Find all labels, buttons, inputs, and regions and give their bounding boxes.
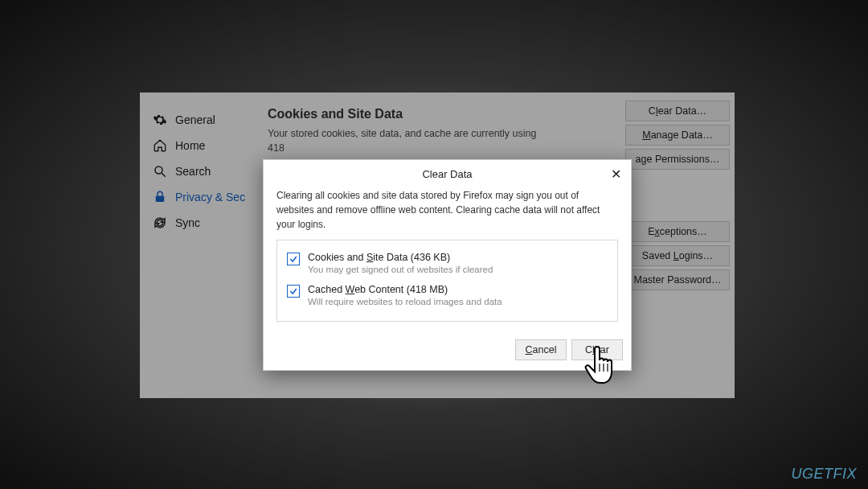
clear-button[interactable]: Clear — [571, 339, 623, 360]
home-icon — [153, 138, 167, 153]
sidebar: General Home Search Privacy & Sec Sync — [140, 92, 256, 398]
watermark: UGETFIX — [791, 466, 857, 483]
search-icon — [153, 164, 167, 179]
manage-permissions-button[interactable]: age Permissions… — [625, 149, 730, 170]
gear-icon — [153, 113, 167, 127]
dialog-description: Clearing all cookies and site data store… — [276, 188, 618, 232]
svg-rect-2 — [156, 196, 165, 203]
svg-line-1 — [162, 173, 166, 177]
sidebar-item-label: Privacy & Sec — [175, 191, 245, 203]
dialog-footer: Cancel Clear — [264, 331, 631, 370]
clear-data-button[interactable]: Clear Data… — [625, 101, 730, 121]
options-box: Cookies and Site Data (436 KB) You may g… — [276, 240, 618, 322]
option-subtitle: You may get signed out of websites if cl… — [308, 265, 493, 274]
option-title: Cached Web Content (418 MB) — [308, 284, 502, 295]
lock-icon — [153, 190, 167, 204]
sidebar-item-label: Sync — [175, 216, 200, 229]
saved-logins-button[interactable]: Saved Logins… — [625, 245, 730, 266]
manage-data-button[interactable]: Manage Data… — [625, 125, 730, 146]
dialog-body: Clearing all cookies and site data store… — [264, 188, 631, 331]
svg-point-0 — [155, 166, 162, 174]
sync-icon — [153, 216, 167, 230]
button-column: Clear Data… Manage Data… age Permissions… — [625, 101, 730, 290]
sidebar-item-label: Search — [175, 165, 211, 178]
option-subtitle: Will require websites to reload images a… — [308, 297, 502, 306]
sidebar-item-home[interactable]: Home — [153, 133, 256, 158]
cancel-button[interactable]: Cancel — [515, 339, 567, 360]
sidebar-item-search[interactable]: Search — [153, 158, 256, 184]
option-cached[interactable]: Cached Web Content (418 MB) Will require… — [287, 281, 608, 313]
section-desc: Your stored cookies, site data, and cach… — [268, 126, 549, 155]
option-cookies[interactable]: Cookies and Site Data (436 KB) You may g… — [287, 249, 608, 281]
checkbox-checked-icon[interactable] — [287, 253, 300, 265]
checkbox-checked-icon[interactable] — [287, 285, 300, 298]
sidebar-item-sync[interactable]: Sync — [153, 210, 256, 236]
sidebar-item-label: General — [175, 113, 215, 126]
sidebar-item-label: Home — [175, 139, 205, 152]
dialog-title-text: Clear Data — [422, 168, 472, 180]
master-password-button[interactable]: Master Password… — [625, 269, 730, 290]
option-title: Cookies and Site Data (436 KB) — [308, 252, 493, 263]
sidebar-item-general[interactable]: General — [153, 107, 256, 133]
sidebar-item-privacy[interactable]: Privacy & Sec — [153, 184, 256, 210]
exceptions-button[interactable]: Exceptions… — [625, 221, 730, 242]
dialog-title: Clear Data ✕ — [264, 160, 631, 188]
close-icon[interactable]: ✕ — [608, 166, 623, 182]
clear-data-dialog: Clear Data ✕ Clearing all cookies and si… — [263, 159, 632, 371]
